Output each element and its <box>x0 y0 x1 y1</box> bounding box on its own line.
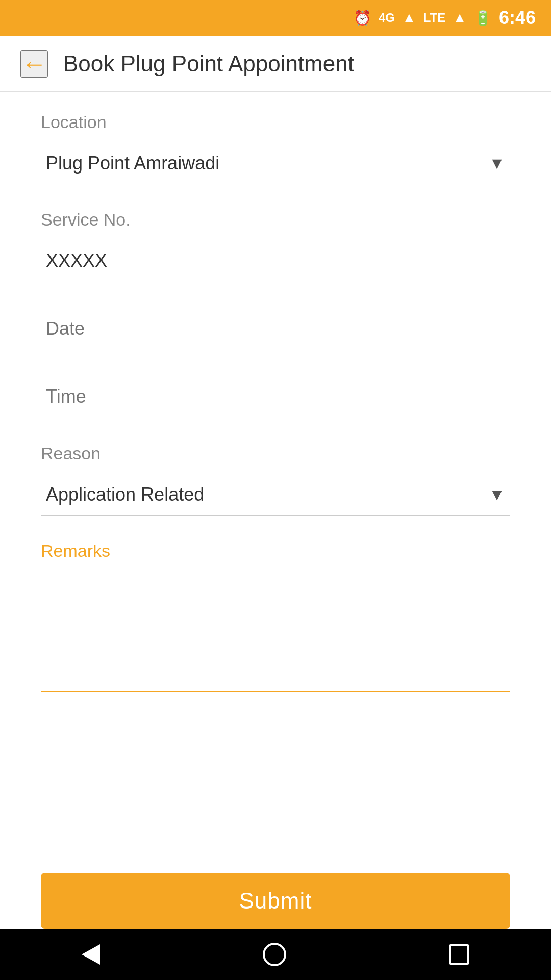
nav-home-button[interactable] <box>263 943 286 966</box>
remarks-input[interactable] <box>41 571 510 683</box>
page-title: Book Plug Point Appointment <box>63 51 354 77</box>
time-input[interactable] <box>41 376 510 418</box>
reason-select-wrapper: Application Related Hardware Related Oth… <box>41 474 510 516</box>
nav-square-icon <box>449 944 469 965</box>
date-field-group <box>41 308 510 350</box>
location-select[interactable]: Plug Point Amraiwadi Plug Point Other <box>41 142 510 184</box>
4g-icon: 4G <box>379 11 395 25</box>
signal-icon: ▲ <box>402 10 416 26</box>
remarks-field-group: Remarks <box>41 541 510 692</box>
lte-icon: LTE <box>423 11 446 25</box>
nav-back-icon <box>82 944 100 965</box>
location-field-group: Location Plug Point Amraiwadi Plug Point… <box>41 112 510 184</box>
service-no-label: Service No. <box>41 210 510 230</box>
status-icons: ⏰ 4G ▲ LTE ▲ 🔋 6:46 <box>354 7 536 29</box>
date-input[interactable] <box>41 308 510 350</box>
location-select-wrapper: Plug Point Amraiwadi Plug Point Other ▼ <box>41 142 510 184</box>
service-no-input[interactable] <box>41 240 510 282</box>
nav-home-icon <box>263 943 286 966</box>
status-time: 6:46 <box>499 7 536 29</box>
back-button[interactable]: ← <box>20 50 48 78</box>
reason-label: Reason <box>41 444 510 463</box>
alarm-icon: ⏰ <box>354 10 371 27</box>
time-field-group <box>41 376 510 418</box>
remarks-underline <box>41 691 510 692</box>
reason-field-group: Reason Application Related Hardware Rela… <box>41 444 510 516</box>
header: ← Book Plug Point Appointment <box>0 36 551 92</box>
status-bar: ⏰ 4G ▲ LTE ▲ 🔋 6:46 <box>0 0 551 36</box>
reason-select[interactable]: Application Related Hardware Related Oth… <box>41 474 510 516</box>
location-label: Location <box>41 112 510 132</box>
nav-bar <box>0 929 551 980</box>
submit-button[interactable]: Submit <box>41 873 510 929</box>
nav-back-button[interactable] <box>82 944 100 965</box>
remarks-label: Remarks <box>41 541 510 561</box>
form-content: Location Plug Point Amraiwadi Plug Point… <box>0 92 551 738</box>
battery-icon: 🔋 <box>474 10 492 27</box>
nav-recents-button[interactable] <box>449 944 469 965</box>
service-no-field-group: Service No. <box>41 210 510 282</box>
signal2-icon: ▲ <box>453 10 467 26</box>
